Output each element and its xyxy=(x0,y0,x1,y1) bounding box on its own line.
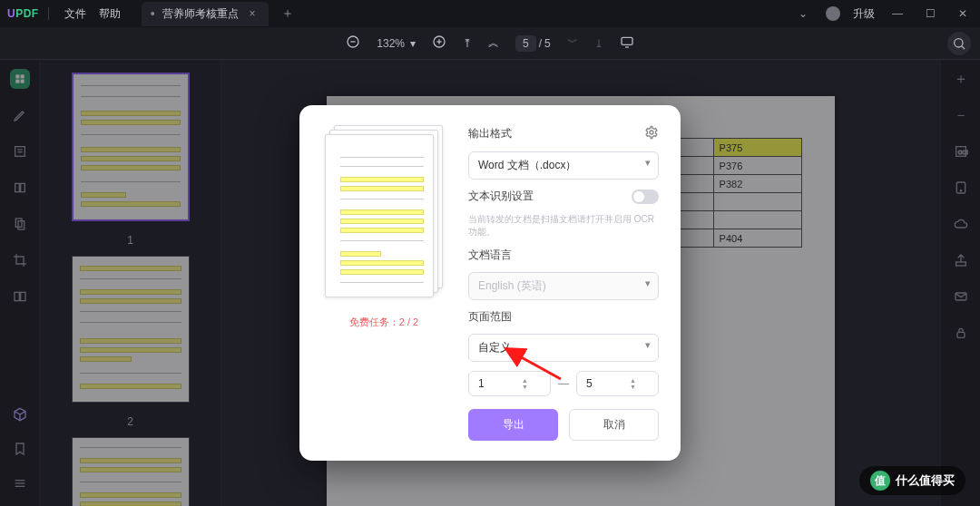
present-icon[interactable] xyxy=(620,34,634,52)
window-maximize-icon[interactable]: ☐ xyxy=(920,7,940,20)
window-minimize-icon[interactable]: — xyxy=(887,7,907,20)
range-to-input[interactable]: 5 ▲▼ xyxy=(576,371,659,396)
upgrade-link[interactable]: 升级 xyxy=(853,6,875,22)
ocr-label: 文本识别设置 xyxy=(468,189,534,204)
format-label: 输出格式 xyxy=(468,126,512,141)
ocr-hint: 当前转发的文档是扫描文档请打开并启用 OCR 功能。 xyxy=(468,213,659,238)
ocr-toggle[interactable] xyxy=(632,190,659,204)
tab-close-icon[interactable]: × xyxy=(246,7,260,20)
zoom-level[interactable]: 132% xyxy=(377,37,405,50)
workspace: 1 2 xyxy=(0,60,980,506)
zoom-out-icon[interactable] xyxy=(346,34,360,52)
svg-line-8 xyxy=(962,46,965,49)
menu-help[interactable]: 帮助 xyxy=(99,6,121,22)
svg-rect-5 xyxy=(622,37,632,44)
gear-icon[interactable] xyxy=(644,125,659,142)
page-indicator[interactable]: 5 / 5 xyxy=(515,35,551,52)
watermark-icon: 值 xyxy=(870,471,890,491)
zoom-in-icon[interactable] xyxy=(432,34,446,52)
avatar[interactable] xyxy=(826,6,840,21)
quota-text: 免费任务：2 / 2 xyxy=(349,316,418,329)
first-page-icon[interactable]: ⤒ xyxy=(463,37,472,50)
app-logo: UPDF xyxy=(7,7,39,20)
next-page-icon[interactable]: ︾ xyxy=(567,35,578,51)
document-tab[interactable]: • 营养师考核重点 × xyxy=(142,2,269,26)
tab-add-icon[interactable]: ＋ xyxy=(278,5,298,22)
range-from-input[interactable]: 1 ▲▼ xyxy=(468,371,551,396)
export-dialog: 免费任务：2 / 2 输出格式 Word 文档（.docx） 文本识别设置 xyxy=(299,105,681,461)
preview-stack xyxy=(325,125,443,307)
svg-point-30 xyxy=(650,131,653,134)
search-icon[interactable] xyxy=(947,32,971,55)
format-select[interactable]: Word 文档（.docx） xyxy=(468,151,659,180)
range-dash: — xyxy=(558,377,569,390)
watermark-badge: 值 什么值得买 xyxy=(859,466,965,495)
view-toolbar: 132% ▾ ⤒ ︽ 5 / 5 ︾ ⤓ xyxy=(0,27,980,60)
prev-page-icon[interactable]: ︽ xyxy=(488,35,499,51)
last-page-icon[interactable]: ⤓ xyxy=(594,37,603,50)
menu-file[interactable]: 文件 xyxy=(64,6,86,22)
svg-point-7 xyxy=(955,39,963,47)
cancel-button[interactable]: 取消 xyxy=(569,409,659,441)
titlebar: UPDF 文件 帮助 • 营养师考核重点 × ＋ ⌄ 升级 — ☐ ✕ xyxy=(0,0,980,27)
modal-overlay: 免费任务：2 / 2 输出格式 Word 文档（.docx） 文本识别设置 xyxy=(0,60,980,506)
watermark-text: 什么值得买 xyxy=(896,472,955,489)
tab-modified-icon: • xyxy=(151,6,155,21)
language-select[interactable]: English (英语) xyxy=(468,272,659,300)
zoom-dropdown-icon[interactable]: ▾ xyxy=(410,37,416,50)
language-label: 文档语言 xyxy=(468,248,659,263)
export-button[interactable]: 导出 xyxy=(468,409,558,441)
window-close-icon[interactable]: ✕ xyxy=(953,7,973,20)
range-label: 页面范围 xyxy=(468,309,659,325)
range-select[interactable]: 自定义 xyxy=(468,334,659,362)
tab-title: 营养师考核重点 xyxy=(162,6,239,22)
chevron-down-icon[interactable]: ⌄ xyxy=(793,7,813,20)
